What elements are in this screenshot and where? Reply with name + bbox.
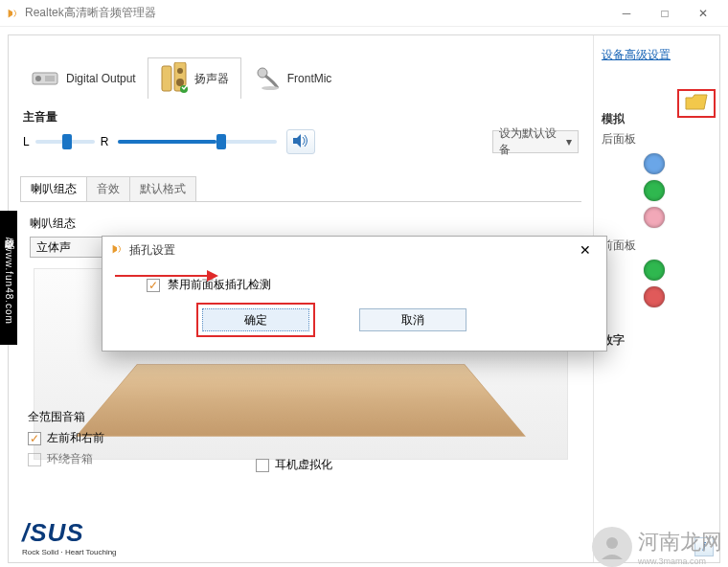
master-volume-title: 主音量 [23,109,579,125]
advanced-settings-link[interactable]: 设备高级设置 [602,47,712,63]
watermark-text: 河南龙网 [638,528,722,556]
svg-rect-4 [162,66,171,91]
headphone-virtualization-checkbox[interactable] [256,459,269,472]
svg-marker-14 [113,244,117,253]
jack-rear-blue[interactable] [644,153,665,174]
headphone-virtualization-row: 耳机虚拟化 [256,457,332,473]
speaker-config-label: 喇叭组态 [30,215,581,232]
fullrange-front-label: 左前和右前 [47,430,104,446]
front-panel-label: 前面板 [602,238,712,254]
ok-button[interactable]: 确定 [202,308,309,331]
balance-l-label: L [23,135,30,148]
folder-icon [685,94,708,114]
right-pane: 设备高级设置 模拟 后面板 前面板 数字 i [593,35,719,562]
balance-slider[interactable]: L R [23,135,108,148]
subtab-default-format[interactable]: 默认格式 [129,176,196,201]
minimize-button[interactable]: ─ [607,2,646,25]
combo-value: 立体声 [36,239,71,256]
device-tabs: Digital Output 扬声器 FrontMic [20,45,581,99]
subtab-sound-effects[interactable]: 音效 [86,176,130,201]
bottom-right-watermark: 河南龙网 www.3mama.com [592,527,722,567]
disable-front-jack-detection-label: 禁用前面板插孔检测 [168,277,271,293]
svg-point-10 [262,86,279,90]
app-icon [6,7,19,20]
speaker-subtabs: 喇叭组态 音效 默认格式 [20,176,581,202]
svg-point-6 [177,68,183,74]
volume-slider[interactable] [118,140,276,144]
fullrange-section: 全范围音箱 左前和右前 环绕音箱 [28,409,143,472]
headphone-virtualization-label: 耳机虚拟化 [275,457,332,473]
master-volume-section: 主音量 L R 设为默认设备 [20,102,581,161]
asus-brand: /SUS [22,518,117,548]
svg-point-2 [35,76,41,81]
tab-frontmic[interactable]: FrontMic [241,58,344,99]
cancel-button[interactable]: 取消 [359,308,466,331]
jack-front-green[interactable] [644,260,665,281]
svg-marker-0 [9,9,12,17]
digital-label: 数字 [602,332,712,349]
tab-speakers[interactable]: 扬声器 [148,57,241,99]
jack-rear-green[interactable] [644,180,665,201]
speaker-sound-icon [292,133,309,151]
balance-r-label: R [101,135,109,148]
watermark-sub: www.3mama.com [638,556,722,566]
fullrange-surround-checkbox [28,453,41,466]
tab-label: 扬声器 [194,71,229,87]
window-title: Realtek高清晰音频管理器 [25,5,607,21]
svg-point-7 [176,79,184,86]
chevron-down-icon: ▾ [566,135,572,148]
mic-icon [253,64,282,93]
fullrange-surround-label: 环绕音箱 [47,451,93,467]
asus-tagline: Rock Solid · Heart Touching [22,548,117,556]
svg-marker-11 [293,134,301,147]
dropdown-label: 设为默认设备 [499,125,566,158]
maximize-button[interactable]: □ [646,2,684,25]
connector-settings-button[interactable] [677,89,716,118]
dialog-close-button[interactable]: ✕ [572,242,599,258]
asus-logo: /SUS Rock Solid · Heart Touching [22,518,117,556]
dialog-title: 插孔设置 [129,242,572,259]
app-icon [110,242,124,259]
dialog-titlebar: 插孔设置 ✕ [102,237,606,263]
jack-front-red[interactable] [644,286,665,307]
svg-marker-13 [686,95,707,109]
close-button[interactable]: ✕ [684,2,722,25]
speakers-icon [160,64,189,93]
disable-front-jack-detection-checkbox[interactable] [147,279,160,292]
soundcard-icon [32,64,60,93]
tab-label: FrontMic [287,72,332,85]
side-watermark: 放肆吧 / www.fun48.com [0,211,17,345]
rear-panel-label: 后面板 [602,131,712,147]
set-default-dropdown[interactable]: 设为默认设备 ▾ [492,130,579,153]
fullrange-front-checkbox[interactable] [28,432,41,445]
fullrange-title: 全范围音箱 [28,409,143,425]
tab-label: Digital Output [66,72,136,85]
svg-rect-3 [45,76,55,81]
window-titlebar: Realtek高清晰音频管理器 ─ □ ✕ [0,0,728,27]
subtab-speaker-config[interactable]: 喇叭组态 [20,176,87,201]
watermark-avatar-icon [592,527,632,567]
mute-button[interactable] [286,129,315,154]
jack-settings-dialog: 插孔设置 ✕ 禁用前面板插孔检测 确定 取消 [102,236,607,352]
jack-rear-pink[interactable] [644,207,665,228]
svg-point-17 [606,537,618,549]
tab-digital-output[interactable]: Digital Output [20,58,148,99]
floor-graphic [76,364,526,436]
